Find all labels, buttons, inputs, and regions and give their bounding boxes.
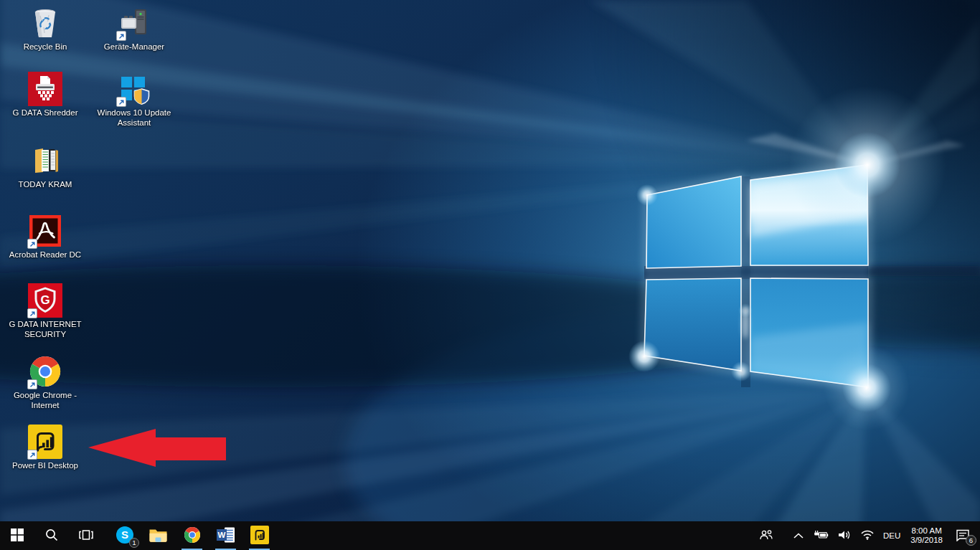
desktop-icon-label: Windows 10 Update Assistant [94, 108, 174, 128]
taskbar-chrome-button[interactable] [175, 521, 209, 550]
word-icon: W [215, 526, 237, 546]
shortcut-arrow-icon [116, 97, 126, 107]
desktop-icon-label: Power BI Desktop [12, 461, 78, 471]
desktop-icon-label: Geräte-Manager [104, 42, 164, 52]
folder-documents-icon [28, 143, 62, 178]
task-view-button[interactable] [69, 521, 103, 550]
start-icon [11, 528, 24, 544]
shortcut-arrow-icon [27, 450, 37, 460]
power-bi-icon [28, 425, 62, 459]
volume-button[interactable] [833, 521, 856, 550]
system-tray: DEU 8:00 AM 3/9/2018 6 [754, 521, 980, 550]
svg-text:W: W [217, 531, 225, 539]
battery-button[interactable] [809, 521, 833, 550]
clock-date: 3/9/2018 [910, 536, 943, 545]
gdata-shield-icon: G [28, 283, 62, 318]
battery-charging-icon [813, 530, 829, 542]
clock-time: 8:00 AM [910, 526, 943, 536]
chevron-up-icon [793, 531, 804, 541]
svg-text:G: G [40, 293, 50, 307]
desktop-icon-power-bi[interactable]: Power BI Desktop [5, 425, 85, 471]
shredder-icon [28, 72, 62, 106]
search-icon [44, 528, 59, 544]
shortcut-arrow-icon [27, 308, 37, 318]
file-explorer-icon [149, 526, 168, 546]
shortcut-arrow-icon [27, 239, 37, 249]
clock[interactable]: 8:00 AM 3/9/2018 [905, 521, 948, 550]
desktop-icon-label: G DATA INTERNET SECURITY [5, 320, 85, 339]
tray-spacer [778, 521, 788, 550]
desktop-icon-geraete-manager[interactable]: Geräte-Manager [94, 6, 174, 52]
desktop-icon-google-chrome[interactable]: Google Chrome - Internet [5, 354, 85, 410]
shortcut-arrow-icon [116, 31, 126, 41]
chrome-icon [28, 354, 62, 389]
wifi-icon [860, 529, 875, 542]
desktop-icon-gdata-internet-security[interactable]: G G DATA INTERNET SECURITY [5, 283, 85, 339]
start-button[interactable] [0, 521, 34, 550]
taskbar-skype-button[interactable]: S 1 [108, 521, 141, 550]
desktop-icon-win10-update-assistant[interactable]: Windows 10 Update Assistant [94, 72, 174, 128]
device-manager-icon [117, 6, 151, 40]
search-button[interactable] [34, 521, 69, 550]
tray-overflow-button[interactable] [788, 521, 809, 550]
power-bi-icon [250, 526, 269, 546]
desktop-icon-label: Recycle Bin [24, 42, 67, 52]
taskbar-left-group: S 1 [0, 521, 276, 550]
annotation-arrow [85, 425, 228, 473]
shortcut-arrow-icon [27, 379, 37, 389]
desktop-icon-acrobat-reader[interactable]: Acrobat Reader DC [5, 214, 85, 260]
desktop-icon-label: G DATA Shredder [13, 108, 78, 118]
svg-text:S: S [121, 528, 128, 541]
desktop-icon-today-kram[interactable]: TODAY KRAM [5, 143, 85, 190]
network-button[interactable] [856, 521, 879, 550]
desktop-icon-label: TODAY KRAM [19, 180, 72, 190]
recycle-bin-icon [28, 6, 62, 40]
desktop-icon-label: Acrobat Reader DC [9, 250, 81, 260]
windows-shield-icon [117, 72, 151, 106]
taskbar-power-bi-button[interactable] [242, 521, 276, 550]
desktop-icon-label: Google Chrome - Internet [5, 391, 85, 410]
annotation-arrow-shape [88, 429, 226, 467]
volume-icon [837, 529, 852, 543]
desktop-icon-recycle-bin[interactable]: Recycle Bin [5, 6, 85, 52]
acrobat-icon [28, 214, 62, 248]
taskbar: S 1 [0, 521, 980, 550]
taskbar-file-explorer-button[interactable] [141, 521, 175, 550]
action-center-button[interactable]: 6 [948, 521, 977, 550]
notification-count-badge: 6 [966, 535, 976, 546]
people-icon [758, 529, 774, 543]
skype-notification-badge: 1 [129, 538, 139, 548]
taskbar-word-button[interactable]: W [209, 521, 242, 550]
task-view-icon [78, 528, 94, 544]
language-indicator[interactable]: DEU [879, 521, 905, 550]
chrome-icon [184, 526, 201, 546]
desktop-icon-gdata-shredder[interactable]: G DATA Shredder [5, 72, 85, 118]
people-button[interactable] [754, 521, 778, 550]
windows-desktop: Recycle Bin Geräte-Manager [0, 0, 980, 550]
